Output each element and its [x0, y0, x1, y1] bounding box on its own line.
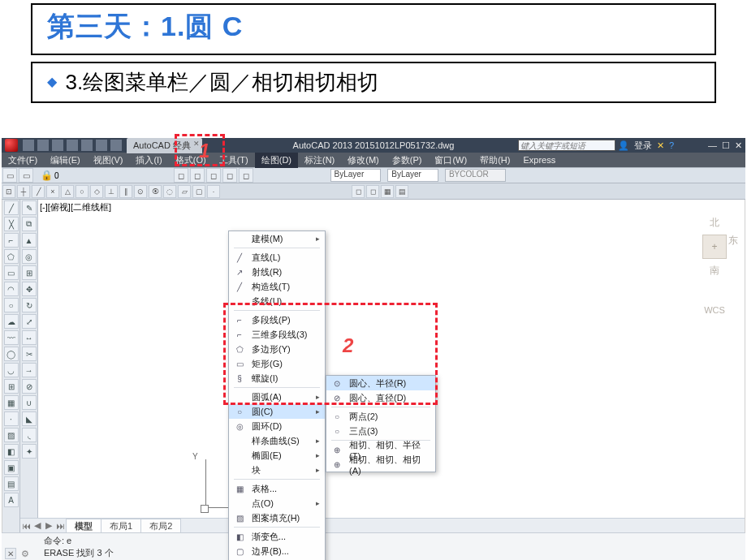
- fillet-icon[interactable]: ◟: [22, 428, 37, 442]
- qat-icon[interactable]: [67, 140, 78, 151]
- copy-icon[interactable]: ⧉: [22, 217, 37, 231]
- menu-item-point[interactable]: 点(O): [229, 496, 325, 510]
- qat-icon[interactable]: [52, 140, 63, 151]
- qat-icon[interactable]: [37, 140, 49, 151]
- array-icon[interactable]: ⊞: [22, 265, 37, 280]
- tool-icon[interactable]: ◻: [190, 168, 205, 183]
- insert-icon[interactable]: ⊞: [4, 379, 19, 394]
- menu-item-model[interactable]: 建模(M): [229, 231, 325, 246]
- tool-icon[interactable]: ▦: [381, 185, 394, 198]
- tab-first-icon[interactable]: ⏮: [20, 521, 32, 531]
- spline-icon[interactable]: 〰: [4, 330, 19, 345]
- join-icon[interactable]: ∪: [22, 395, 37, 410]
- rect-icon[interactable]: ▭: [4, 265, 19, 280]
- point-icon[interactable]: ·: [4, 411, 19, 426]
- table-icon[interactable]: ▤: [4, 476, 19, 491]
- rotate-icon[interactable]: ↻: [22, 298, 37, 312]
- line-icon[interactable]: ╱: [4, 200, 19, 215]
- ellipse-icon[interactable]: ◯: [4, 347, 19, 361]
- menu-item-line[interactable]: ╱直线(L): [229, 250, 325, 265]
- menu-item-boundary[interactable]: ▢边界(B)...: [229, 544, 325, 558]
- close-icon[interactable]: ✕: [735, 140, 742, 151]
- hatch-icon[interactable]: ▨: [4, 428, 19, 442]
- menu-file[interactable]: 文件(F): [2, 153, 44, 168]
- revcloud-icon[interactable]: ☁: [4, 314, 19, 329]
- polygon-icon[interactable]: ⬠: [4, 249, 19, 264]
- osnap-icon[interactable]: ⦿: [149, 185, 162, 198]
- osnap-icon[interactable]: ◌: [163, 185, 176, 198]
- tab-last-icon[interactable]: ⏭: [54, 521, 66, 531]
- wcs-label[interactable]: WCS: [702, 305, 727, 315]
- cube-icon[interactable]: [702, 235, 727, 259]
- qat-icon[interactable]: [96, 140, 107, 151]
- osnap-icon[interactable]: ○: [76, 185, 89, 198]
- tab-layout1[interactable]: 布局1: [101, 519, 141, 533]
- close-cmd-icon[interactable]: ✕: [5, 548, 16, 559]
- menu-item-donut[interactable]: ◎圆环(D): [229, 419, 325, 433]
- tool-icon[interactable]: ▤: [395, 185, 408, 198]
- menu-item-circle[interactable]: ○圆(C): [229, 404, 325, 419]
- command-window[interactable]: 命令: e ERASE 找到 3 个 ✕ ⚙ ▸ - 键入命令: [2, 532, 745, 560]
- osnap-icon[interactable]: ┼: [17, 185, 30, 198]
- tool-icon[interactable]: ◻: [366, 185, 379, 198]
- circle-icon[interactable]: ○: [4, 298, 19, 312]
- menu-item-ellipse[interactable]: 椭圆(E): [229, 448, 325, 463]
- trim-icon[interactable]: ✂: [22, 347, 37, 361]
- menu-item-gradient[interactable]: ◧渐变色...: [229, 529, 325, 544]
- menu-modify[interactable]: 修改(M): [341, 153, 386, 168]
- lineweight-dropdown[interactable]: ByLayer: [387, 169, 438, 182]
- linetype-dropdown[interactable]: ByLayer: [330, 169, 382, 182]
- menu-item-spline[interactable]: 样条曲线(S): [229, 433, 325, 448]
- break-icon[interactable]: ⊘: [22, 379, 37, 394]
- osnap-icon[interactable]: ▢: [192, 185, 205, 198]
- app-logo-icon[interactable]: [5, 139, 18, 152]
- tool-icon[interactable]: ▭: [19, 168, 33, 183]
- tab-model[interactable]: 模型: [66, 519, 101, 533]
- block-icon[interactable]: ▦: [4, 395, 19, 410]
- help-search[interactable]: [518, 140, 615, 151]
- osnap-icon[interactable]: ∥: [119, 185, 132, 198]
- tool-icon[interactable]: ◻: [222, 168, 237, 183]
- menu-item-xline[interactable]: ╱构造线(T): [229, 279, 325, 294]
- osnap-icon[interactable]: ⊥: [105, 185, 118, 198]
- scale-icon[interactable]: ⤢: [22, 314, 37, 329]
- osnap-icon[interactable]: ⊙: [134, 185, 147, 198]
- view-cube[interactable]: 北 东 南 WCS: [702, 216, 727, 315]
- menu-window[interactable]: 窗口(W): [428, 153, 473, 168]
- qat-icon[interactable]: [110, 140, 122, 151]
- help-icon[interactable]: ?: [669, 140, 674, 150]
- user-icon[interactable]: 👤: [618, 140, 629, 151]
- qat-icon[interactable]: [81, 140, 93, 151]
- menu-edit[interactable]: 编辑(E): [44, 153, 87, 168]
- osnap-icon[interactable]: ×: [46, 185, 59, 198]
- qat-icon[interactable]: [23, 140, 34, 151]
- menu-draw[interactable]: 绘图(D): [255, 153, 298, 168]
- menu-view[interactable]: 视图(V): [87, 153, 130, 168]
- tool-icon[interactable]: ▭: [2, 168, 17, 183]
- menu-item-table[interactable]: ▦表格...: [229, 481, 325, 496]
- explode-icon[interactable]: ✦: [22, 444, 37, 459]
- erase-icon[interactable]: ✎: [22, 200, 37, 215]
- osnap-icon[interactable]: ·: [207, 185, 220, 198]
- stretch-icon[interactable]: ↔: [22, 330, 37, 345]
- menu-item-hatch[interactable]: ▨图案填充(H): [229, 510, 325, 525]
- osnap-icon[interactable]: ⊡: [2, 185, 15, 198]
- gradient-icon[interactable]: ◧: [4, 444, 19, 459]
- minimize-icon[interactable]: —: [708, 140, 717, 150]
- submenu-ttt[interactable]: ⊕相切、相切、相切(A): [326, 457, 435, 472]
- offset-icon[interactable]: ◎: [22, 249, 37, 264]
- exchange-icon[interactable]: ✕: [657, 140, 664, 151]
- chamfer-icon[interactable]: ◣: [22, 411, 37, 426]
- menu-item-block[interactable]: 块: [229, 463, 325, 477]
- submenu-2points[interactable]: ○两点(2): [326, 409, 435, 424]
- move-icon[interactable]: ✥: [22, 282, 37, 296]
- menu-insert[interactable]: 插入(I): [129, 153, 168, 168]
- menu-help[interactable]: 帮助(H): [473, 153, 516, 168]
- text-icon[interactable]: A: [4, 493, 19, 507]
- lock-icon[interactable]: 🔒: [41, 170, 53, 181]
- arc-icon[interactable]: ◠: [4, 282, 19, 296]
- osnap-icon[interactable]: △: [61, 185, 74, 198]
- osnap-icon[interactable]: ◇: [90, 185, 103, 198]
- tool-icon[interactable]: ◻: [174, 168, 188, 183]
- region-icon[interactable]: ▣: [4, 460, 19, 475]
